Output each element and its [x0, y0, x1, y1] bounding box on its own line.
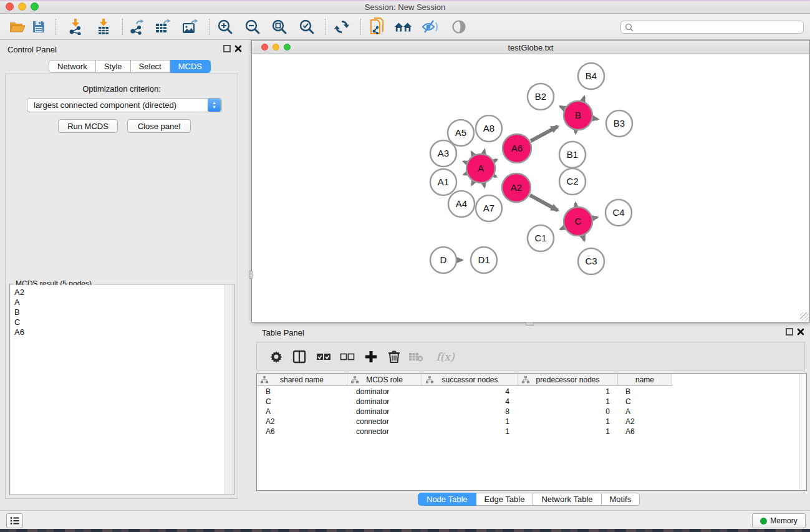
refresh-icon[interactable] — [332, 18, 351, 36]
close-table-panel-icon[interactable] — [797, 328, 804, 336]
table-cell[interactable]: 1 — [422, 417, 518, 427]
table-row[interactable]: Bdominator41B — [257, 387, 806, 397]
criterion-select[interactable]: largest connected component (directed) ▲… — [27, 98, 222, 112]
edge-C-C2[interactable] — [576, 203, 576, 206]
network-window-titlebar[interactable]: testGlobe.txt — [252, 41, 809, 54]
tab-select[interactable]: Select — [131, 60, 170, 73]
show-all-icon[interactable] — [450, 18, 468, 36]
node-A8[interactable]: A8 — [476, 115, 502, 142]
node-B1[interactable]: B1 — [559, 142, 586, 168]
node-table[interactable]: shared name MCDS role successor nodes pr… — [256, 373, 807, 491]
node-C4[interactable]: C4 — [605, 200, 632, 226]
tab-network[interactable]: Network — [49, 60, 96, 73]
tab-network-table[interactable]: Network Table — [533, 493, 601, 506]
edge-B-B1[interactable] — [576, 131, 576, 133]
table-cell[interactable]: A6 — [618, 427, 672, 437]
tab-mcds[interactable]: MCDS — [170, 60, 211, 73]
delete-icon[interactable] — [385, 348, 403, 365]
column-header-mcds-role[interactable]: MCDS role — [347, 374, 422, 386]
mcds-result-item[interactable]: A6 — [14, 327, 224, 337]
node-A7[interactable]: A7 — [476, 195, 502, 221]
float-table-panel-icon[interactable] — [786, 328, 793, 336]
table-cell[interactable]: A6 — [257, 427, 347, 437]
table-cell[interactable]: 0 — [518, 407, 618, 417]
node-C3[interactable]: C3 — [578, 248, 604, 274]
node-D[interactable]: D — [430, 247, 456, 273]
node-A5[interactable]: A5 — [448, 120, 474, 146]
edge-A-A1[interactable] — [464, 174, 466, 175]
task-history-button[interactable] — [6, 513, 23, 528]
float-panel-icon[interactable] — [223, 45, 231, 52]
column-header-name[interactable]: name — [618, 374, 672, 386]
mcds-result-scrollbar[interactable] — [225, 285, 233, 494]
edge-B-B3[interactable] — [594, 118, 598, 119]
zoom-out-icon[interactable] — [243, 18, 262, 36]
table-cell[interactable]: 4 — [422, 387, 518, 397]
gear-icon[interactable] — [267, 348, 286, 365]
zoom-fit-icon[interactable] — [270, 18, 289, 36]
zoom-selected-icon[interactable] — [297, 18, 316, 36]
tab-motifs[interactable]: Motifs — [602, 493, 640, 506]
node-C[interactable]: C — [564, 207, 592, 236]
save-floppy-icon[interactable] — [29, 18, 48, 36]
node-C2[interactable]: C2 — [559, 168, 586, 195]
new-network-from-selection-icon[interactable] — [368, 18, 387, 36]
table-cell[interactable]: C — [618, 397, 672, 407]
table-cell[interactable]: A — [257, 407, 347, 417]
hide-selected-icon[interactable] — [421, 18, 440, 36]
table-cell[interactable]: connector — [347, 417, 422, 427]
network-canvas[interactable]: B4B2BB3A5A8A6A3AB1A1A2C2A4A7C4CC1DD1C3 — [252, 54, 809, 322]
column-header-predecessor-nodes[interactable]: predecessor nodes — [518, 374, 618, 386]
node-C1[interactable]: C1 — [528, 225, 554, 251]
edge-A6-B[interactable] — [531, 127, 557, 142]
table-row[interactable]: A6connector11A6 — [257, 427, 806, 437]
table-cell[interactable]: 8 — [422, 407, 518, 417]
edge-B-B4[interactable] — [583, 97, 584, 100]
table-cell[interactable]: A — [618, 407, 672, 417]
close-panel-icon[interactable] — [234, 45, 242, 52]
columns-icon[interactable] — [290, 348, 309, 365]
edge-A-A5[interactable] — [471, 152, 473, 155]
table-cell[interactable]: connector — [347, 427, 422, 437]
deselect-all-checkboxes-icon[interactable] — [338, 348, 357, 365]
edge-C-C4[interactable] — [593, 217, 597, 218]
export-image-icon[interactable] — [181, 18, 200, 36]
tab-style[interactable]: Style — [96, 60, 131, 73]
table-row[interactable]: Adominator80A — [257, 407, 806, 417]
import-table-icon[interactable] — [94, 18, 113, 36]
resize-grip-icon[interactable] — [800, 312, 809, 321]
table-cell[interactable]: 1 — [518, 427, 618, 437]
mcds-result-item[interactable]: B — [14, 307, 224, 317]
tab-edge-table[interactable]: Edge Table — [476, 493, 534, 506]
edge-C-C1[interactable] — [561, 228, 564, 229]
edge-B-B2[interactable] — [560, 107, 564, 109]
table-cell[interactable]: 1 — [422, 427, 518, 437]
import-network-icon[interactable] — [66, 18, 85, 36]
vertical-splitter-handle[interactable] — [249, 271, 253, 279]
mcds-result-list[interactable]: A2ABCA6 — [11, 285, 225, 494]
table-cell[interactable]: 1 — [518, 417, 618, 427]
node-A1[interactable]: A1 — [430, 169, 456, 195]
table-cell[interactable]: 1 — [518, 397, 618, 407]
column-header-successor-nodes[interactable]: successor nodes — [422, 374, 518, 386]
function-builder-icon[interactable]: f(x) — [432, 348, 459, 365]
add-column-icon[interactable] — [362, 348, 380, 365]
table-cell[interactable]: dominator — [347, 407, 422, 417]
table-cell[interactable]: C — [257, 397, 347, 407]
mcds-result-item[interactable]: A2 — [14, 288, 224, 297]
table-row[interactable]: A2connector11A2 — [257, 417, 806, 427]
export-network-icon[interactable] — [127, 18, 146, 36]
run-mcds-button[interactable]: Run MCDS — [58, 119, 118, 133]
table-cell[interactable]: 4 — [422, 397, 518, 407]
table-scrollbar[interactable] — [799, 374, 806, 490]
node-A[interactable]: A — [466, 154, 495, 183]
select-all-checkboxes-icon[interactable] — [314, 348, 333, 365]
export-table-icon[interactable] — [153, 18, 172, 36]
table-cell[interactable]: B — [257, 387, 347, 397]
edge-A-A4[interactable] — [472, 182, 473, 185]
open-folder-icon[interactable] — [8, 18, 27, 36]
edge-A-A3[interactable] — [463, 162, 466, 163]
node-B[interactable]: B — [564, 101, 592, 130]
edge-A2-C[interactable] — [530, 195, 558, 210]
mcds-result-item[interactable]: C — [14, 317, 224, 327]
